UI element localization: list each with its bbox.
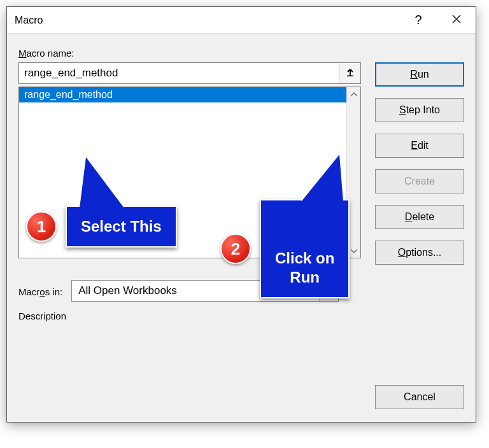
description-label: Description (18, 311, 464, 321)
macro-dialog: Macro ? Macro name: (6, 6, 476, 423)
macros-in-value: All Open Workbooks (72, 284, 319, 297)
macros-in-label: Macros in: (18, 286, 62, 297)
list-item[interactable]: range_end_method (19, 87, 346, 102)
macro-name-field (18, 62, 361, 84)
close-button[interactable] (437, 7, 476, 34)
create-button: Create (375, 169, 464, 193)
macros-in-dropdown[interactable]: All Open Workbooks (71, 280, 339, 302)
edit-button[interactable]: Edit (375, 134, 464, 158)
delete-button[interactable]: Delete (375, 205, 464, 229)
macro-name-label: Macro name: (18, 48, 464, 59)
help-button[interactable]: ? (399, 7, 437, 34)
arrow-up-icon (345, 67, 355, 80)
chevron-down-icon (351, 246, 357, 255)
chevron-down-icon (325, 286, 333, 297)
titlebar: Macro ? (7, 7, 476, 34)
cancel-button[interactable]: Cancel (375, 385, 464, 409)
help-icon: ? (415, 13, 422, 27)
close-icon (451, 13, 462, 27)
options-button[interactable]: Options... (375, 241, 464, 265)
svg-rect-0 (347, 75, 353, 76)
macro-listbox[interactable]: range_end_method (18, 87, 361, 258)
dropdown-arrow[interactable] (319, 281, 338, 301)
range-selector-button[interactable] (339, 63, 360, 83)
macro-name-input[interactable] (19, 63, 339, 83)
run-button[interactable]: Run (375, 62, 464, 87)
scrollbar[interactable] (346, 87, 360, 258)
step-into-button[interactable]: Step Into (375, 98, 464, 122)
dialog-title: Macro (7, 15, 43, 26)
chevron-up-icon (351, 90, 357, 99)
